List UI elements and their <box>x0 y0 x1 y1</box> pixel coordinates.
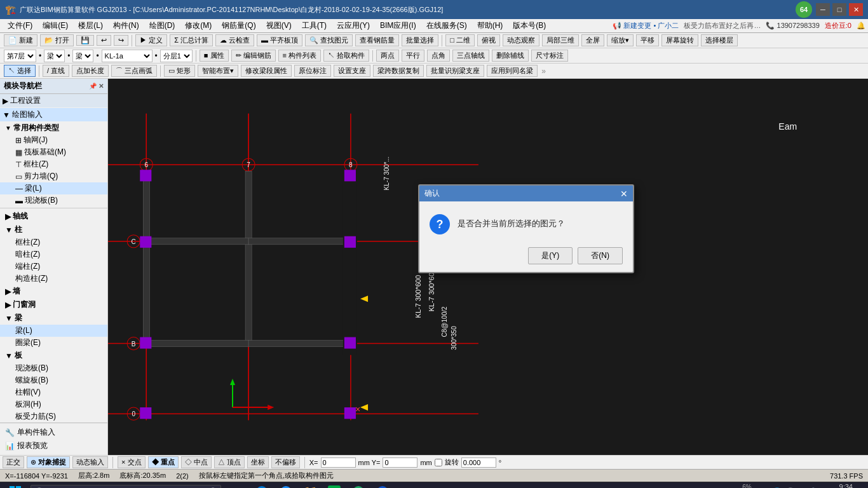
tree-col-cap[interactable]: 柱帽(V) <box>0 386 107 398</box>
local-3d-button[interactable]: 局部三维 <box>542 34 579 46</box>
in-situ-mark-button[interactable]: 原位标注 <box>294 65 331 77</box>
tree-ring-beam[interactable]: 圈梁(E) <box>0 337 107 349</box>
taskbar-app-circle-g[interactable]: G <box>347 483 370 489</box>
x-input[interactable] <box>321 458 356 468</box>
taskbar-app-explorer[interactable]: 📁 <box>299 483 322 489</box>
tree-common-types[interactable]: ▼ 常用构件类型 <box>0 122 107 134</box>
copy-span-data-button[interactable]: 梁跨数据复制 <box>373 65 424 77</box>
tree-struct-col[interactable]: 构造柱(Z) <box>0 273 107 285</box>
menu-tools[interactable]: 工具(T) <box>297 19 332 32</box>
tree-slab-rebar[interactable]: 板受力筋(S) <box>0 410 107 423</box>
parallel-button[interactable]: 平行 <box>402 50 424 62</box>
tree-cast-slab[interactable]: ▬ 现浇板(B) <box>0 194 107 207</box>
save-button[interactable]: 💾 <box>76 35 94 46</box>
tree-draw-input[interactable]: ▼ 绘图输入 <box>0 108 107 121</box>
tree-end-col[interactable]: 端柱(Z) <box>0 261 107 273</box>
rect-tool[interactable]: ▭ 矩形 <box>164 65 195 77</box>
single-component-btn[interactable]: 🔧 单构件输入 <box>3 426 105 439</box>
dynamic-view-button[interactable]: 动态观察 <box>503 34 539 46</box>
taskbar-search-bar[interactable]: 🔍 🎤 <box>31 485 221 489</box>
tree-opening-section[interactable]: ▶ 门窗洞 <box>0 298 107 311</box>
taskbar-app-edge[interactable]: e <box>250 483 273 489</box>
select-floor-button[interactable]: 选择楼层 <box>701 34 738 46</box>
find-element-button[interactable]: 🔍 查找图元 <box>305 34 353 46</box>
maximize-button[interactable]: □ <box>832 3 846 16</box>
dim-button[interactable]: 尺寸标注 <box>531 50 568 62</box>
modify-segment-button[interactable]: 修改梁段属性 <box>241 65 292 77</box>
tree-raft-foundation[interactable]: ▦ 筏板基础(M) <box>0 146 107 158</box>
line-tool[interactable]: / 直线 <box>43 65 69 77</box>
menu-component[interactable]: 构件(N) <box>108 19 144 32</box>
yes-button[interactable]: 是(Y) <box>528 247 573 264</box>
pan-button[interactable]: 平移 <box>636 34 659 46</box>
fullscreen-button[interactable]: 全屏 <box>581 34 604 46</box>
tree-hidden-col[interactable]: 暗柱(Z) <box>0 248 107 261</box>
y-input[interactable] <box>383 458 417 468</box>
arc-tool[interactable]: ⌒ 三点画弧 <box>111 65 157 77</box>
taskbar-app-ie[interactable]: e <box>275 483 297 489</box>
batch-id-support-button[interactable]: 批量识别梁支座 <box>426 65 484 77</box>
undo-button[interactable]: ↩ <box>97 35 111 46</box>
three-point-axis-button[interactable]: 三点轴线 <box>452 50 489 62</box>
level-top-button[interactable]: ▬ 平齐板顶 <box>257 34 302 46</box>
minimize-button[interactable]: ─ <box>816 3 830 16</box>
2d-button[interactable]: □ 二维 <box>445 34 475 46</box>
tree-frame-column[interactable]: ⊤ 框柱(Z) <box>0 158 107 170</box>
batch-select-button[interactable]: 批量选择 <box>402 34 438 46</box>
no-button[interactable]: 否(N) <box>578 247 623 264</box>
tree-spiral-slab[interactable]: 螺旋板(B) <box>0 374 107 386</box>
point-extend-tool[interactable]: 点加长度 <box>72 65 109 77</box>
report-preview-btn[interactable]: 📊 报表预览 <box>3 439 105 452</box>
taskbar-app-green[interactable]: G <box>323 483 346 489</box>
no-offset-btn[interactable]: 不偏移 <box>271 456 300 468</box>
property-button[interactable]: ■ 属性 <box>200 50 229 62</box>
calc-button[interactable]: Σ 汇总计算 <box>170 34 213 46</box>
start-button[interactable] <box>3 483 28 489</box>
center-btn[interactable]: ◇ 中点 <box>181 456 212 468</box>
panel-pin-btn[interactable]: 📌 <box>89 83 97 90</box>
rotate-input[interactable] <box>461 458 496 468</box>
menu-view[interactable]: 视图(V) <box>261 19 297 32</box>
tree-wall-section[interactable]: ▶ 墙 <box>0 285 107 298</box>
edit-rebar-button[interactable]: ✏ 编辑钢筋 <box>231 50 276 62</box>
dialog-close-btn[interactable]: ✕ <box>620 189 628 199</box>
intersection-btn[interactable]: × 交点 <box>118 456 145 468</box>
canvas-area[interactable]: 6 7 8 C B 0 <box>108 79 868 455</box>
main-type-select[interactable]: 梁 <box>44 50 65 62</box>
orthogonal-btn[interactable]: 正交 <box>3 456 24 468</box>
tree-slab-section[interactable]: ▼ 板 <box>0 349 107 362</box>
midpoint-btn[interactable]: ◆ 重点 <box>148 456 179 468</box>
menu-bim[interactable]: BIM应用(I) <box>375 19 421 32</box>
coord-btn[interactable]: 坐标 <box>247 456 269 468</box>
set-support-button[interactable]: 设置支座 <box>334 65 370 77</box>
cloud-check-button[interactable]: ☁ 云检查 <box>215 34 254 46</box>
menu-version[interactable]: 版本号(B) <box>508 19 551 32</box>
name-select[interactable]: KL-1a <box>102 50 153 62</box>
tree-column-section[interactable]: ▼ 柱 <box>0 223 107 236</box>
taskbar-app-blue-g[interactable]: 广联达 <box>371 483 394 489</box>
rotate-checkbox[interactable] <box>435 459 442 466</box>
apply-same-name-button[interactable]: 应用到同名梁 <box>487 65 538 77</box>
menu-cloud[interactable]: 云应用(Y) <box>332 19 375 32</box>
tree-beam-section[interactable]: ▼ 梁 <box>0 311 107 325</box>
select-tool[interactable]: ↖ 选择 <box>4 65 36 77</box>
tree-slab-hole[interactable]: 板洞(H) <box>0 398 107 410</box>
smart-layout-button[interactable]: 智能布置▾ <box>198 65 238 77</box>
menu-online[interactable]: 在线服务(S) <box>421 19 472 32</box>
tree-shear-wall[interactable]: ▭ 剪力墙(Q) <box>0 170 107 182</box>
dynamic-input-btn[interactable]: 动态输入 <box>72 456 108 468</box>
menu-layer[interactable]: 楼层(L) <box>73 19 108 32</box>
tree-frame-col2[interactable]: 框柱(Z) <box>0 236 107 248</box>
rotate-screen-button[interactable]: 屏幕旋转 <box>661 34 698 46</box>
tree-axis-section[interactable]: ▶ 轴线 <box>0 210 107 223</box>
tree-axis[interactable]: ⊞ 轴网(J) <box>0 134 107 146</box>
menu-edit[interactable]: 编辑(E) <box>37 19 73 32</box>
menu-help[interactable]: 帮助(H) <box>472 19 508 32</box>
component-list-button[interactable]: ≡ 构件列表 <box>278 50 321 62</box>
tree-cast-slab2[interactable]: 现浇板(B) <box>0 362 107 374</box>
layer-select[interactable]: 第7层 <box>4 50 36 62</box>
obj-snap-btn[interactable]: ⊙ 对象捕捉 <box>27 456 70 468</box>
menu-draw[interactable]: 绘图(D) <box>144 19 180 32</box>
redo-button[interactable]: ↪ <box>114 35 128 46</box>
define-button[interactable]: ▶ 定义 <box>135 34 167 46</box>
